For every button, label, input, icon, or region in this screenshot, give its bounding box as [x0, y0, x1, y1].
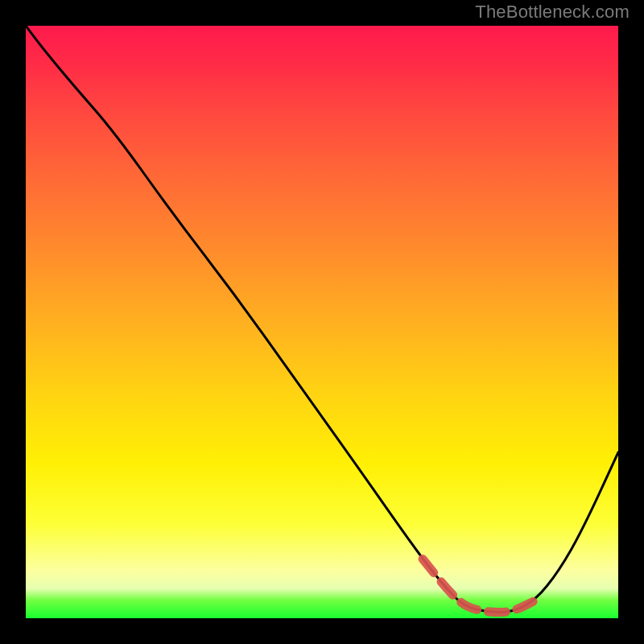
optimal-range-highlight	[423, 559, 535, 612]
plot-area	[26, 26, 618, 618]
chart-frame: TheBottleneck.com	[0, 0, 644, 644]
watermark-text: TheBottleneck.com	[475, 2, 630, 23]
bottleneck-curve	[26, 26, 618, 613]
curve-layer	[26, 26, 618, 618]
